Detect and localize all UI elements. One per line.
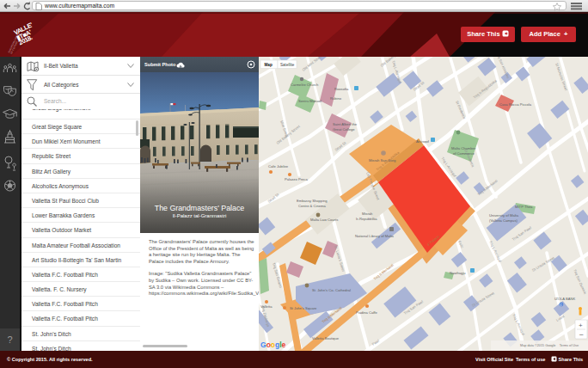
svg-text:University of Malta: University of Malta [489,213,519,218]
svg-text:Satellite: Satellite [280,63,295,67]
svg-text:Map: Map [265,63,273,67]
svg-text:−: − [579,330,584,339]
svg-text:Piadina Caffe: Piadina Caffe [356,310,377,315]
svg-text:Valletta Boutique: Valletta Boutique [312,336,340,340]
svg-text:Google: Google [260,340,286,349]
svg-text:Valletta: Valletta [260,304,273,309]
svg-text:Carmelite Church: Carmelite Church [291,83,319,87]
svg-text:Saint Albert the: Saint Albert the [333,122,358,126]
svg-text:(Valletta Campus): (Valletta Campus) [489,218,518,223]
svg-text:Ir-Repubblika: Ir-Repubblika [356,217,377,221]
svg-text:IZOLA BANK: IZOLA BANK [554,297,575,301]
svg-text:Arcisqof: Arcisqof [416,139,430,144]
svg-text:Great College: Great College [333,127,355,132]
svg-text:National Library of Malta: National Library of Malta [355,234,395,238]
svg-text:MITP Thea: MITP Thea [515,205,533,209]
svg-text:Embassy Shopping: Embassy Shopping [297,199,328,203]
svg-text:Rubino: Rubino [330,96,342,101]
svg-text:Sentru Manoel: Sentru Manoel [298,99,322,103]
svg-text:St John's Square: St John's Square [290,306,317,310]
svg-text:Centre & Cinema: Centre & Cinema [298,204,326,208]
svg-text:Casa Rocca Piccola: Casa Rocca Piccola [499,102,532,107]
svg-text:Misrah: Misrah [362,212,373,216]
svg-text:Nawfragju: Nawfragju [450,271,466,275]
svg-text:Malta Law Courts: Malta Law Courts [310,218,338,222]
svg-text:Roosofia: Roosofia [334,87,349,91]
svg-text:St. John's Co- Cathedral: St. John's Co- Cathedral [312,288,351,292]
svg-text:Palazzo Preca: Palazzo Preca [285,177,308,181]
svg-text:+: + [579,322,583,329]
svg-text:Map data ©2015 Google Terms: Map data ©2015 Google Terms of Use [520,344,579,347]
svg-text:€: € [560,304,562,307]
svg-text:Malta Chamber: Malta Chamber [451,146,476,150]
svg-text:Misrah San Gorg: Misrah San Gorg [369,158,396,163]
svg-text:of Commerce: of Commerce [453,151,475,156]
svg-text:Cafe Jubilee: Cafe Jubilee [268,164,289,169]
